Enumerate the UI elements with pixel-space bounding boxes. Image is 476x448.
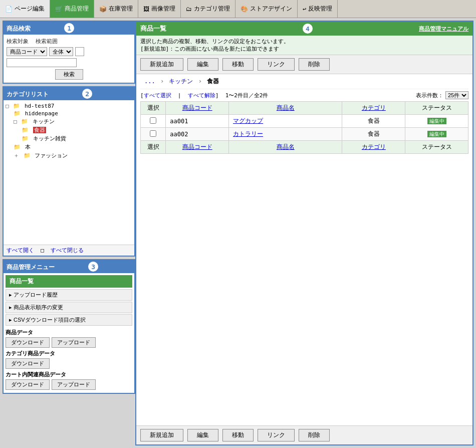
cat-product-download-btn[interactable]: ダウンロード <box>6 358 50 369</box>
category-icon: 🗂 <box>186 6 192 13</box>
row-name-1: カトラリー <box>229 128 342 141</box>
search-button[interactable]: 検索 <box>55 69 83 80</box>
row-select-1[interactable] <box>141 128 166 141</box>
row-code-1: aa002 <box>166 128 229 141</box>
row-status-0: 編集中 <box>405 115 468 128</box>
sort-name-link[interactable]: 商品名 <box>277 104 295 111</box>
product-mgmt-icon: 🛒 <box>55 6 63 13</box>
edit-button-bottom[interactable]: 編集 <box>187 429 218 441</box>
inventory-icon: 📦 <box>99 6 107 13</box>
delete-button-top[interactable]: 削除 <box>299 58 330 71</box>
menu-content: 商品一覧 ▸ アップロード履歴 ▸ 商品表示順序の変更 ▸ CSVダウンロード項… <box>4 273 134 393</box>
menu-panel-title: 商品管理メニュー 3 <box>4 260 134 273</box>
table-header-row: 選択 商品コード 商品名 カテゴリ ステータス <box>141 102 468 115</box>
search-target-label: 検索対象 <box>7 38 29 45</box>
row-select-0[interactable] <box>141 115 166 128</box>
nav-item-product-mgmt[interactable]: 🛒 商品管理 <box>50 0 94 18</box>
link-button-top[interactable]: リンク <box>258 58 295 71</box>
product-list-menu-btn[interactable]: 商品一覧 <box>6 275 132 288</box>
sort-category-link-footer[interactable]: カテゴリ <box>362 143 386 150</box>
breadcrumb-kitchen[interactable]: キッチン <box>169 78 193 85</box>
row-checkbox-0[interactable] <box>150 117 156 124</box>
product-link-1[interactable]: カトラリー <box>233 130 263 137</box>
product-table-body: aa001 マグカップ 食器 編集中 aa002 カトラリー 食器 編集中 <box>141 115 468 141</box>
search-target-select[interactable]: 商品コード <box>7 47 47 56</box>
search-range-label: 検索範囲 <box>36 38 58 45</box>
move-button-bottom[interactable]: 移動 <box>222 429 254 441</box>
store-design-icon: 🎨 <box>241 6 248 13</box>
csv-download-btn[interactable]: ▸ CSVダウンロード項目の選択 <box>6 314 132 326</box>
row-cat-0: 食器 <box>342 115 405 128</box>
cat-item-kitchen-misc[interactable]: 📁 キッチン雑貨 <box>6 134 132 143</box>
nav-item-page-edit[interactable]: 📄 ページ編集 <box>0 0 50 18</box>
nav-label-inventory: 在庫管理 <box>109 5 133 13</box>
add-button-bottom[interactable]: 新規追加 <box>140 429 183 441</box>
product-table: 選択 商品コード 商品名 カテゴリ ステータス <box>140 101 468 154</box>
table-controls: [すべて選択 | すべて解除] 1〜2件目／全2件 表示件数： 25件 <box>140 89 468 101</box>
display-count-control: 表示件数： 25件 <box>416 91 468 99</box>
search-keyword-input[interactable] <box>7 58 77 67</box>
product-download-btn[interactable]: ダウンロード <box>6 337 50 348</box>
collapse-all-link[interactable]: すべて閉じる <box>51 247 84 254</box>
nav-item-store-design[interactable]: 🎨 ストアデザイン <box>235 0 298 18</box>
image-icon: 🖼 <box>143 6 149 13</box>
col-footer-status: ステータス <box>405 141 468 154</box>
panel-number-4: 4 <box>303 24 313 34</box>
cat-product-data-label: カテゴリ商品データ <box>6 350 132 357</box>
nav-item-publish[interactable]: ↩ 反映管理 <box>298 0 338 18</box>
sort-name-link-footer[interactable]: 商品名 <box>277 143 295 150</box>
product-link-0[interactable]: マグカップ <box>233 117 263 124</box>
breadcrumb-home[interactable]: ... <box>144 78 155 85</box>
cat-item-root[interactable]: □ 📁 hd-test87 <box>6 102 132 110</box>
select-controls: [すべて選択 | すべて解除] 1〜2件目／全2件 <box>140 92 269 99</box>
manual-link[interactable]: 商品管理マニュアル <box>419 25 468 33</box>
breadcrumb-current: 食器 <box>207 78 219 85</box>
search-text-input[interactable] <box>75 47 84 56</box>
move-button-top[interactable]: 移動 <box>222 58 254 71</box>
edit-button-top[interactable]: 編集 <box>187 58 218 71</box>
deselect-all-link[interactable]: すべて解除 <box>188 92 215 99</box>
row-status-1: 編集中 <box>405 128 468 141</box>
row-checkbox-1[interactable] <box>150 130 156 137</box>
info-line1: 選択した商品の複製、移動、リンクの設定をおこないます。 <box>140 38 468 45</box>
display-order-btn[interactable]: ▸ 商品表示順序の変更 <box>6 302 132 313</box>
product-list-title: 商品一覧 <box>140 24 166 33</box>
display-count-select[interactable]: 25件 <box>445 91 468 99</box>
product-upload-btn[interactable]: アップロード <box>52 337 96 348</box>
panel-number-1: 1 <box>64 23 74 33</box>
left-panel: 商品検索 1 検索対象 検索範囲 商品コード 全体 <box>3 21 135 445</box>
sort-code-link[interactable]: 商品コード <box>182 104 212 111</box>
col-header-status: ステータス <box>405 102 468 115</box>
page-edit-icon: 📄 <box>5 6 13 13</box>
add-button-top[interactable]: 新規追加 <box>140 58 183 71</box>
select-all-link[interactable]: すべて選択 <box>144 92 171 99</box>
cat-item-hiddenpage[interactable]: 📁 hiddenpage <box>6 110 132 117</box>
search-range-select[interactable]: 全体 <box>49 47 73 56</box>
col-footer-name: 商品名 <box>229 141 342 154</box>
nav-item-category[interactable]: 🗂 カテゴリ管理 <box>181 0 235 18</box>
expand-all-link[interactable]: すべて開く <box>7 247 34 254</box>
link-button-bottom[interactable]: リンク <box>258 429 295 441</box>
cat-item-tableware[interactable]: 📁 食器 <box>6 126 132 134</box>
row-name-0: マグカップ <box>229 115 342 128</box>
sort-code-link-footer[interactable]: 商品コード <box>182 143 212 150</box>
cart-download-btn[interactable]: ダウンロード <box>6 379 50 390</box>
breadcrumb: ... › キッチン › 食器 <box>140 74 468 89</box>
category-footer: すべて開く □ すべて閉じる <box>4 245 134 256</box>
info-line2: [新規追加]：この画面にない商品を新たに追加できます <box>140 45 468 53</box>
nav-label-category: カテゴリ管理 <box>194 5 230 13</box>
cat-item-books[interactable]: 📁 本 <box>6 143 132 151</box>
nav-item-inventory[interactable]: 📦 在庫管理 <box>94 0 138 18</box>
delete-button-bottom[interactable]: 削除 <box>299 429 330 441</box>
sort-category-link[interactable]: カテゴリ <box>362 104 386 111</box>
table-row: aa002 カトラリー 食器 編集中 <box>141 128 468 141</box>
cat-item-fashion[interactable]: ＋ 📁 ファッション <box>6 151 132 160</box>
nav-item-image[interactable]: 🖼 画像管理 <box>138 0 181 18</box>
upload-history-btn[interactable]: ▸ アップロード履歴 <box>6 289 132 301</box>
cat-item-kitchen[interactable]: □ 📁 キッチン <box>6 117 132 126</box>
row-cat-1: 食器 <box>342 128 405 141</box>
search-form: 検索対象 検索範囲 商品コード 全体 検索 <box>4 35 134 83</box>
cart-upload-btn[interactable]: アップロード <box>52 379 96 390</box>
product-list-info: 選択した商品の複製、移動、リンクの設定をおこないます。 [新規追加]：この画面に… <box>136 36 472 55</box>
right-panel: 商品一覧 4 商品管理マニュアル 選択した商品の複製、移動、リンクの設定をおこな… <box>135 21 473 445</box>
